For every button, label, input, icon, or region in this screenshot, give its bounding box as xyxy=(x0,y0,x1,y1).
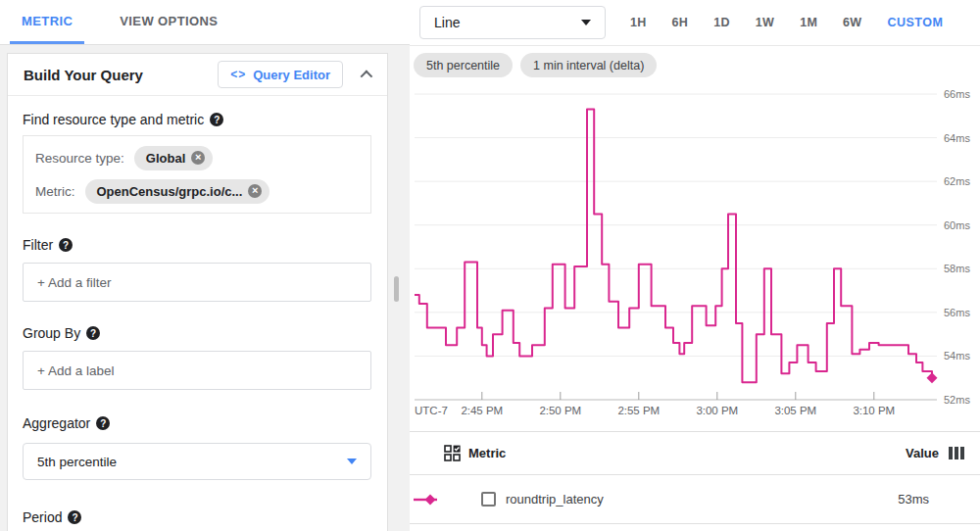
metric-label: Metric: xyxy=(35,184,75,199)
aggregator-value: 5th percentile xyxy=(37,455,117,469)
interval-badge: 1 min interval (delta) xyxy=(520,53,657,77)
chevron-down-icon xyxy=(347,459,357,464)
find-metric-label: Find resource type and metric ? xyxy=(23,112,371,127)
time-range-buttons: 1H 6H 1D 1W 1M 6W CUSTOM xyxy=(617,6,956,39)
aggregation-badge: 5th percentile xyxy=(414,53,513,77)
range-1d-button[interactable]: 1D xyxy=(701,6,743,39)
y-tick-label: 58ms xyxy=(944,263,970,274)
series-line-roundtrip_latency[interactable] xyxy=(415,110,932,383)
tab-view-options[interactable]: VIEW OPTIONS xyxy=(108,0,229,44)
series-value: 53ms xyxy=(898,492,980,507)
help-icon[interactable]: ? xyxy=(86,326,100,340)
resource-type-chip[interactable]: Global × xyxy=(134,146,213,170)
metrics-explorer: METRIC VIEW OPTIONS Build Your Query <> … xyxy=(0,0,980,531)
timezone-label: UTC-7 xyxy=(415,405,448,416)
panel-resize-handle[interactable] xyxy=(394,276,399,302)
y-tick-label: 56ms xyxy=(944,307,970,318)
latency-chart-svg: 52ms54ms56ms58ms60ms62ms64ms66ms2:45 PM2… xyxy=(410,83,980,426)
x-tick-label: 2:55 PM xyxy=(617,405,660,416)
y-tick-label: 64ms xyxy=(944,132,970,144)
y-tick-label: 60ms xyxy=(944,219,970,231)
build-query-body: Find resource type and metric ? Resource… xyxy=(8,96,387,531)
filter-label: Filter ? xyxy=(23,237,371,253)
x-tick-label: 3:05 PM xyxy=(774,405,816,416)
latency-chart: 52ms54ms56ms58ms60ms62ms64ms66ms2:45 PM2… xyxy=(410,83,980,426)
chevron-up-icon[interactable] xyxy=(361,70,373,82)
metric-row: Metric: OpenCensus/grpc.io/c... × xyxy=(35,174,359,208)
metric-column-header: Metric xyxy=(468,446,506,460)
query-panel: METRIC VIEW OPTIONS Build Your Query <> … xyxy=(0,0,410,531)
tab-metric[interactable]: METRIC xyxy=(10,0,84,44)
row-checkbox[interactable] xyxy=(481,492,496,507)
help-icon[interactable]: ? xyxy=(96,416,110,430)
code-icon: <> xyxy=(230,68,246,81)
table-row[interactable]: roundtrip_latency 53ms xyxy=(410,475,980,524)
select-all-series-icon[interactable] xyxy=(444,445,461,461)
period-section: Period ? 1 minute xyxy=(23,509,371,531)
resource-type-label: Resource type: xyxy=(35,151,124,166)
group-by-label: Group By ? xyxy=(23,325,371,341)
range-1h-button[interactable]: 1H xyxy=(617,6,660,39)
value-header-text: Value xyxy=(906,446,939,460)
resource-type-row: Resource type: Global × xyxy=(35,141,359,174)
aggregator-text: Aggregator xyxy=(23,415,90,431)
filter-section: Filter ? + Add a filter xyxy=(23,237,371,302)
range-1w-button[interactable]: 1W xyxy=(743,6,787,39)
filter-text: Filter xyxy=(23,237,53,253)
metric-chip[interactable]: OpenCensus/grpc.io/c... × xyxy=(85,179,270,204)
y-tick-label: 52ms xyxy=(944,394,970,406)
chart-panel: Line 1H 6H 1D 1W 1M 6W CUSTOM 5th percen… xyxy=(410,0,980,531)
chart-toolbar: Line 1H 6H 1D 1W 1M 6W CUSTOM xyxy=(410,0,980,46)
card-title: Build Your Query xyxy=(24,67,143,83)
add-filter-input[interactable]: + Add a filter xyxy=(23,263,371,302)
build-query-header: Build Your Query <> Query Editor xyxy=(8,54,387,96)
series-table-header: Metric Value xyxy=(410,431,980,475)
query-editor-label: Query Editor xyxy=(253,68,330,82)
group-by-text: Group By xyxy=(23,325,80,341)
period-text: Period xyxy=(23,509,62,525)
y-tick-label: 54ms xyxy=(944,350,970,362)
y-tick-label: 62ms xyxy=(944,175,970,187)
series-name: roundtrip_latency xyxy=(506,492,604,507)
add-label-input[interactable]: + Add a label xyxy=(23,351,371,390)
resource-metric-box: Resource type: Global × Metric: OpenCens… xyxy=(23,135,371,214)
range-1m-button[interactable]: 1M xyxy=(787,6,830,39)
help-icon[interactable]: ? xyxy=(210,113,223,126)
help-icon[interactable]: ? xyxy=(59,238,73,252)
x-tick-label: 3:10 PM xyxy=(853,405,895,416)
x-tick-label: 2:50 PM xyxy=(539,405,581,416)
close-icon[interactable]: × xyxy=(248,184,262,198)
period-label: Period ? xyxy=(23,509,371,525)
panel-tabs: METRIC VIEW OPTIONS xyxy=(0,0,410,45)
range-6w-button[interactable]: 6W xyxy=(830,6,874,39)
chart-type-select[interactable]: Line xyxy=(419,6,606,39)
range-custom-button[interactable]: CUSTOM xyxy=(874,6,956,39)
query-editor-button[interactable]: <> Query Editor xyxy=(218,61,343,88)
x-tick-label: 2:45 PM xyxy=(461,405,503,416)
aggregator-label: Aggregator ? xyxy=(23,415,371,431)
find-metric-text: Find resource type and metric xyxy=(23,112,204,127)
x-tick-label: 3:00 PM xyxy=(696,405,738,416)
chevron-down-icon xyxy=(581,20,591,25)
chip-text: OpenCensus/grpc.io/c... xyxy=(97,184,243,199)
series-table: Metric Value roundtrip_latency 53ms xyxy=(410,431,980,524)
columns-icon[interactable] xyxy=(949,447,964,459)
series-endpoint-marker[interactable] xyxy=(927,372,938,383)
chip-text: Global xyxy=(146,151,185,166)
value-column-header: Value xyxy=(906,446,980,460)
range-6h-button[interactable]: 6H xyxy=(660,6,702,39)
chart-type-value: Line xyxy=(434,15,460,30)
series-legend-glyph xyxy=(414,494,447,506)
y-tick-label: 66ms xyxy=(944,88,970,100)
build-query-card: Build Your Query <> Query Editor Find re… xyxy=(7,53,388,531)
group-by-section: Group By ? + Add a label xyxy=(23,325,371,390)
close-icon[interactable]: × xyxy=(191,151,205,165)
chart-badges: 5th percentile 1 min interval (delta) xyxy=(414,53,657,77)
help-icon[interactable]: ? xyxy=(68,510,81,524)
aggregator-section: Aggregator ? 5th percentile xyxy=(23,415,371,480)
aggregator-select[interactable]: 5th percentile xyxy=(23,443,371,480)
